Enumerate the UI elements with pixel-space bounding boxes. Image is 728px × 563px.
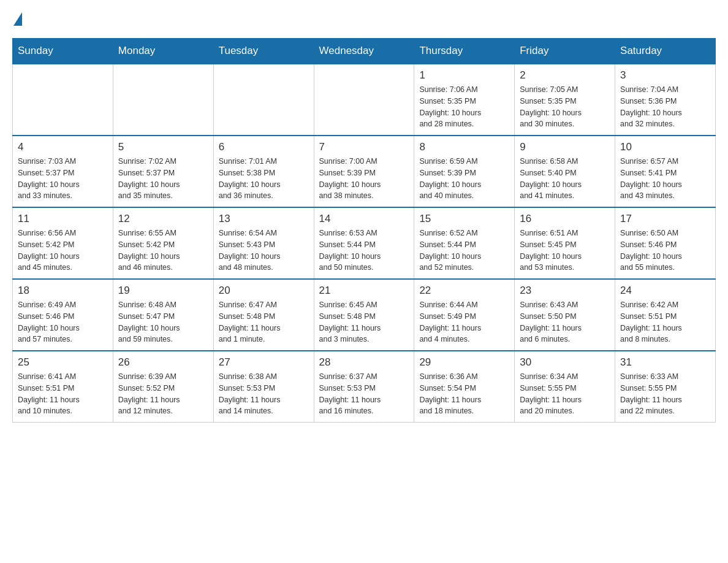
day-number: 14 [319,213,409,225]
calendar-cell-4: 4Sunrise: 7:03 AM Sunset: 5:37 PM Daylig… [13,136,113,207]
day-info: Sunrise: 6:39 AM Sunset: 5:52 PM Dayligh… [118,371,208,417]
day-info: Sunrise: 6:34 AM Sunset: 5:55 PM Dayligh… [520,371,610,417]
week-row-1: 1Sunrise: 7:06 AM Sunset: 5:35 PM Daylig… [13,64,716,136]
day-number: 11 [18,213,108,225]
calendar-cell-7: 7Sunrise: 7:00 AM Sunset: 5:39 PM Daylig… [314,136,414,207]
day-number: 3 [620,69,710,82]
day-info: Sunrise: 6:57 AM Sunset: 5:41 PM Dayligh… [620,156,710,202]
day-number: 18 [18,285,108,297]
day-info: Sunrise: 6:45 AM Sunset: 5:48 PM Dayligh… [319,299,409,345]
week-row-4: 18Sunrise: 6:49 AM Sunset: 5:46 PM Dayli… [13,279,716,351]
calendar-cell-25: 25Sunrise: 6:41 AM Sunset: 5:51 PM Dayli… [13,351,113,423]
day-number: 13 [219,213,309,225]
calendar-cell-14: 14Sunrise: 6:53 AM Sunset: 5:44 PM Dayli… [314,207,414,279]
calendar-cell-19: 19Sunrise: 6:48 AM Sunset: 5:47 PM Dayli… [113,279,213,351]
day-number: 17 [620,213,710,225]
calendar-cell-8: 8Sunrise: 6:59 AM Sunset: 5:39 PM Daylig… [414,136,515,207]
column-header-sunday: Sunday [13,39,113,64]
column-header-friday: Friday [515,39,615,64]
column-header-wednesday: Wednesday [314,39,414,64]
day-number: 28 [319,356,409,369]
day-info: Sunrise: 6:55 AM Sunset: 5:42 PM Dayligh… [118,228,208,274]
column-header-monday: Monday [113,39,213,64]
calendar-cell-empty [113,64,213,136]
day-number: 25 [18,356,108,369]
calendar-cell-21: 21Sunrise: 6:45 AM Sunset: 5:48 PM Dayli… [314,279,414,351]
day-info: Sunrise: 6:43 AM Sunset: 5:50 PM Dayligh… [520,299,610,345]
calendar-cell-26: 26Sunrise: 6:39 AM Sunset: 5:52 PM Dayli… [113,351,213,423]
day-number: 24 [620,285,710,297]
day-number: 2 [520,69,610,82]
day-number: 21 [319,285,409,297]
day-info: Sunrise: 6:33 AM Sunset: 5:55 PM Dayligh… [620,371,710,417]
day-info: Sunrise: 6:51 AM Sunset: 5:45 PM Dayligh… [520,228,610,274]
day-number: 7 [319,141,409,153]
calendar-cell-23: 23Sunrise: 6:43 AM Sunset: 5:50 PM Dayli… [515,279,615,351]
day-number: 12 [118,213,208,225]
day-number: 1 [419,69,509,82]
day-info: Sunrise: 6:52 AM Sunset: 5:44 PM Dayligh… [419,228,509,274]
calendar-table: SundayMondayTuesdayWednesdayThursdayFrid… [12,38,716,423]
day-info: Sunrise: 6:37 AM Sunset: 5:53 PM Dayligh… [319,371,409,417]
logo [12,12,23,26]
calendar-cell-6: 6Sunrise: 7:01 AM Sunset: 5:38 PM Daylig… [213,136,314,207]
day-number: 16 [520,213,610,225]
day-number: 29 [419,356,509,369]
calendar-cell-10: 10Sunrise: 6:57 AM Sunset: 5:41 PM Dayli… [615,136,716,207]
day-info: Sunrise: 6:36 AM Sunset: 5:54 PM Dayligh… [419,371,509,417]
calendar-cell-24: 24Sunrise: 6:42 AM Sunset: 5:51 PM Dayli… [615,279,716,351]
calendar-cell-13: 13Sunrise: 6:54 AM Sunset: 5:43 PM Dayli… [213,207,314,279]
day-number: 6 [219,141,309,153]
calendar-cell-15: 15Sunrise: 6:52 AM Sunset: 5:44 PM Dayli… [414,207,515,279]
calendar-cell-31: 31Sunrise: 6:33 AM Sunset: 5:55 PM Dayli… [615,351,716,423]
day-info: Sunrise: 7:00 AM Sunset: 5:39 PM Dayligh… [319,156,409,202]
day-info: Sunrise: 6:59 AM Sunset: 5:39 PM Dayligh… [419,156,509,202]
day-number: 5 [118,141,208,153]
day-info: Sunrise: 6:49 AM Sunset: 5:46 PM Dayligh… [18,299,108,345]
day-info: Sunrise: 6:48 AM Sunset: 5:47 PM Dayligh… [118,299,208,345]
week-row-3: 11Sunrise: 6:56 AM Sunset: 5:42 PM Dayli… [13,207,716,279]
calendar-cell-17: 17Sunrise: 6:50 AM Sunset: 5:46 PM Dayli… [615,207,716,279]
day-number: 27 [219,356,309,369]
day-info: Sunrise: 6:38 AM Sunset: 5:53 PM Dayligh… [219,371,309,417]
calendar-cell-9: 9Sunrise: 6:58 AM Sunset: 5:40 PM Daylig… [515,136,615,207]
day-info: Sunrise: 7:04 AM Sunset: 5:36 PM Dayligh… [620,84,710,130]
calendar-cell-1: 1Sunrise: 7:06 AM Sunset: 5:35 PM Daylig… [414,64,515,136]
day-number: 9 [520,141,610,153]
day-info: Sunrise: 7:05 AM Sunset: 5:35 PM Dayligh… [520,84,610,130]
day-info: Sunrise: 7:03 AM Sunset: 5:37 PM Dayligh… [18,156,108,202]
week-row-5: 25Sunrise: 6:41 AM Sunset: 5:51 PM Dayli… [13,351,716,423]
day-number: 23 [520,285,610,297]
day-info: Sunrise: 6:47 AM Sunset: 5:48 PM Dayligh… [219,299,309,345]
day-number: 10 [620,141,710,153]
calendar-cell-20: 20Sunrise: 6:47 AM Sunset: 5:48 PM Dayli… [213,279,314,351]
column-header-thursday: Thursday [414,39,515,64]
day-info: Sunrise: 6:58 AM Sunset: 5:40 PM Dayligh… [520,156,610,202]
calendar-cell-2: 2Sunrise: 7:05 AM Sunset: 5:35 PM Daylig… [515,64,615,136]
calendar-cell-11: 11Sunrise: 6:56 AM Sunset: 5:42 PM Dayli… [13,207,113,279]
calendar-cell-12: 12Sunrise: 6:55 AM Sunset: 5:42 PM Dayli… [113,207,213,279]
day-info: Sunrise: 7:02 AM Sunset: 5:37 PM Dayligh… [118,156,208,202]
calendar-cell-28: 28Sunrise: 6:37 AM Sunset: 5:53 PM Dayli… [314,351,414,423]
day-number: 20 [219,285,309,297]
day-number: 22 [419,285,509,297]
day-number: 8 [419,141,509,153]
week-row-2: 4Sunrise: 7:03 AM Sunset: 5:37 PM Daylig… [13,136,716,207]
day-number: 19 [118,285,208,297]
day-info: Sunrise: 6:41 AM Sunset: 5:51 PM Dayligh… [18,371,108,417]
calendar-cell-27: 27Sunrise: 6:38 AM Sunset: 5:53 PM Dayli… [213,351,314,423]
day-number: 26 [118,356,208,369]
calendar-cell-3: 3Sunrise: 7:04 AM Sunset: 5:36 PM Daylig… [615,64,716,136]
calendar-cell-empty [213,64,314,136]
day-number: 31 [620,356,710,369]
calendar-cell-16: 16Sunrise: 6:51 AM Sunset: 5:45 PM Dayli… [515,207,615,279]
calendar-cell-5: 5Sunrise: 7:02 AM Sunset: 5:37 PM Daylig… [113,136,213,207]
day-info: Sunrise: 6:54 AM Sunset: 5:43 PM Dayligh… [219,228,309,274]
calendar-cell-empty [13,64,113,136]
day-info: Sunrise: 6:53 AM Sunset: 5:44 PM Dayligh… [319,228,409,274]
calendar-cell-empty [314,64,414,136]
page-header [12,12,716,26]
calendar-cell-30: 30Sunrise: 6:34 AM Sunset: 5:55 PM Dayli… [515,351,615,423]
day-info: Sunrise: 6:44 AM Sunset: 5:49 PM Dayligh… [419,299,509,345]
calendar-cell-22: 22Sunrise: 6:44 AM Sunset: 5:49 PM Dayli… [414,279,515,351]
